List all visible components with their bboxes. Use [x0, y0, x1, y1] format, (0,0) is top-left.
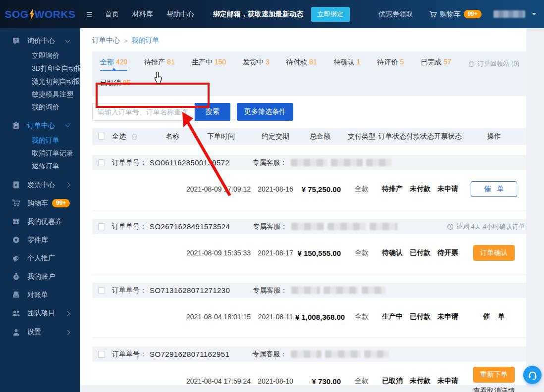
- customer-service-button[interactable]: [523, 366, 542, 384]
- sidebar-item-3d-print-quote[interactable]: 3D打印全自动报价: [0, 62, 80, 75]
- coupon-icon: [12, 217, 20, 226]
- invoice-icon: [12, 181, 20, 189]
- nav-item-materials[interactable]: 材料库: [132, 10, 153, 19]
- sidebar-item-inquiry-center[interactable]: 询价中心: [0, 32, 80, 49]
- order-no-label: 订单单号：: [112, 222, 147, 231]
- order-amount: ¥ 150,555.00: [295, 249, 345, 257]
- sidebar-item-my-inquiries[interactable]: 我的询价: [0, 101, 80, 114]
- reorder-button[interactable]: 重新下单: [473, 367, 515, 383]
- sidebar-item-label: 我的优惠券: [27, 217, 62, 226]
- sidebar-item-parts-library[interactable]: 零件库: [0, 231, 80, 249]
- nav-item-home[interactable]: 首页: [105, 10, 119, 19]
- coupon-claim-link[interactable]: 优惠券领取: [379, 10, 413, 19]
- clock-icon: [447, 223, 454, 230]
- tabs-row-2: 已取消95: [100, 79, 518, 91]
- recycle-bin-label: 订单回收站 (0): [478, 59, 520, 68]
- order-status: 待排产: [379, 185, 406, 194]
- sidebar-item-label: 询价中心: [27, 37, 55, 46]
- order-recycle-bin[interactable]: 订单回收站 (0): [468, 59, 520, 68]
- tab-in-production[interactable]: 生产中150: [192, 58, 226, 71]
- order-group-header: 订单单号： SO7291628071162951 专属客服：: [92, 346, 526, 362]
- tab-completed[interactable]: 已完成57: [421, 58, 451, 71]
- order-row[interactable]: 2021-08-09 15:35:33 2021-08-17 ¥ 150,555…: [92, 239, 526, 267]
- order-row[interactable]: 2021-08-09 17:09:12 2021-08-16 ¥ 75,250.…: [92, 175, 526, 203]
- sidebar-item-label: 发票中心: [27, 181, 55, 190]
- trash-icon[interactable]: [131, 133, 138, 141]
- sidebar-item-team-projects[interactable]: 团队项目: [0, 304, 80, 323]
- urge-order-text-button[interactable]: 催单: [475, 312, 513, 321]
- order-group-header: 订单单号： SO2671628491573524 专属客服： 还剩 4天 4小时…: [92, 219, 526, 234]
- tab-cancelled[interactable]: 已取消95: [100, 79, 131, 91]
- search-row: 搜索 更多筛选条件: [92, 103, 526, 121]
- order-checkbox[interactable]: [98, 287, 105, 294]
- order-group-header: 订单单号： SO0611628500139572 专属客服：: [92, 155, 526, 170]
- col-header-invoice-status: 开票状态: [434, 132, 462, 141]
- breadcrumb-order-center[interactable]: 订单中心: [92, 36, 120, 45]
- sidebar-item-label: 团队项目: [27, 309, 55, 318]
- order-row[interactable]: 2021-08-04 17:59:24 2021-08-10 ¥ 730.00 …: [92, 367, 526, 392]
- navbar-right: 优惠券领取 购物车 99+: [379, 10, 544, 19]
- view-cancel-detail-link[interactable]: 查看取消详情: [473, 387, 515, 392]
- confirm-order-button[interactable]: 订单确认: [473, 245, 515, 261]
- tab-all[interactable]: 全部420: [100, 58, 127, 71]
- sidebar-item-my-account[interactable]: 我的账户: [0, 267, 80, 286]
- order-time: 2021-08-09 15:35:33: [186, 249, 256, 257]
- bind-now-button[interactable]: 立即绑定: [311, 7, 350, 22]
- order-group: 订单单号： SO0611628500139572 专属客服： 2021-08-0…: [92, 155, 526, 210]
- more-filters-button[interactable]: 更多筛选条件: [237, 103, 293, 121]
- order-status: 待确认: [379, 248, 406, 257]
- order-group: 订单单号： SO2671628491573524 专属客服： 还剩 4天 4小时…: [92, 219, 526, 274]
- tab-pending-payment[interactable]: 待付款81: [286, 58, 317, 71]
- sidebar-item-label: 个人推广: [27, 254, 55, 263]
- order-checkbox[interactable]: [98, 223, 105, 230]
- tab-shipping[interactable]: 发货中3: [243, 58, 270, 71]
- menu-icon[interactable]: ≡: [86, 9, 93, 20]
- sidebar-item-my-orders[interactable]: 我的订单: [0, 134, 80, 147]
- tab-pending-schedule[interactable]: 待排产81: [144, 58, 175, 71]
- select-all-checkbox[interactable]: [98, 133, 105, 140]
- person-icon: [12, 328, 20, 337]
- sidebar-item-order-center[interactable]: 订单中心: [0, 117, 80, 134]
- sidebar-item-my-coupons[interactable]: 我的优惠券: [0, 212, 80, 231]
- cs-masked: [291, 350, 389, 358]
- sidebar-item-invoice-center[interactable]: 发票中心: [0, 176, 80, 194]
- tabs-row-1: 全部420 待排产81 生产中150 发货中3 待付款81 待确认1 待评价5 …: [100, 58, 518, 71]
- sidebar-item-settings[interactable]: 设置: [0, 323, 80, 342]
- order-checkbox[interactable]: [98, 351, 105, 358]
- search-button[interactable]: 搜索: [195, 103, 230, 121]
- order-row[interactable]: 2021-08-04 18:01:15 2021-08-11 ¥ 1,008,3…: [92, 303, 526, 331]
- invoice-status: 未申请: [434, 312, 462, 321]
- nav-item-help[interactable]: 帮助中心: [166, 10, 194, 19]
- sidebar-item-laser-cut-quote[interactable]: 激光切割自动报价: [0, 75, 80, 88]
- user-name-masked[interactable]: [493, 10, 525, 18]
- logo[interactable]: SOG WORKS: [0, 8, 80, 20]
- cs-label: 专属客服：: [252, 350, 287, 359]
- tab-pending-confirm[interactable]: 待确认1: [334, 58, 361, 71]
- tab-pending-review[interactable]: 待评价5: [377, 58, 404, 71]
- pay-status: 已付款: [406, 312, 434, 321]
- order-checkbox[interactable]: [98, 159, 105, 166]
- sidebar-item-cart[interactable]: 购物车 99+: [0, 194, 80, 212]
- sidebar-item-repair-orders[interactable]: 返修订单: [0, 160, 80, 173]
- nav-menu: 首页 材料库 帮助中心: [105, 10, 194, 19]
- select-all-label: 全选: [112, 132, 126, 141]
- order-search-input[interactable]: [92, 103, 195, 121]
- invoice-status: 未申请: [434, 377, 462, 386]
- cart-label: 购物车: [440, 10, 461, 19]
- invoice-status: 待开票: [434, 248, 462, 257]
- bind-email-notice: 绑定邮箱，获取速加最新动态: [213, 10, 303, 19]
- navbar-cart[interactable]: 购物车 99+: [429, 10, 482, 19]
- pay-status: 已付款: [406, 248, 434, 257]
- table-header: 全选 名称 下单时间 约定交期 总金额 支付类型 订单状态 付款状态 开票状态 …: [92, 128, 526, 145]
- urge-order-button[interactable]: 催单: [471, 181, 517, 197]
- breadcrumb-my-orders[interactable]: 我的订单: [132, 36, 160, 45]
- sidebar-item-rapid-mold[interactable]: 敏捷模具注塑: [0, 88, 80, 101]
- sidebar-item-label: 零件库: [27, 236, 48, 245]
- breadcrumb: 订单中心 > 我的订单: [92, 28, 526, 45]
- sidebar-item-personal-promotion[interactable]: 个人推广: [0, 249, 80, 267]
- order-no-label: 订单单号：: [112, 286, 147, 295]
- sidebar-item-statement[interactable]: 对账单: [0, 286, 80, 304]
- order-number: SO2671628491573524: [150, 222, 230, 231]
- sidebar-item-cancelled-orders[interactable]: 取消订单记录: [0, 147, 80, 160]
- sidebar-item-inquire-now[interactable]: 立即询价: [0, 49, 80, 62]
